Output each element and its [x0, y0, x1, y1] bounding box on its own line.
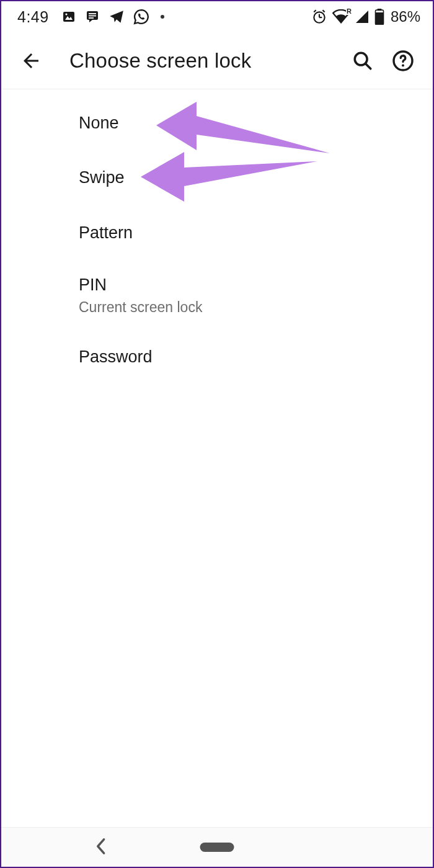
option-sublabel: Current screen lock [79, 299, 418, 316]
option-label: Password [79, 347, 418, 367]
page-title: Choose screen lock [69, 49, 352, 73]
message-icon [85, 9, 100, 24]
wifi-icon: R [332, 9, 350, 24]
svg-point-19 [402, 64, 404, 66]
status-bar: 4:49 R 86% [1, 1, 433, 32]
svg-line-12 [322, 10, 324, 12]
svg-line-17 [366, 63, 371, 68]
battery-percent: 86% [391, 8, 420, 25]
svg-line-11 [314, 10, 316, 12]
option-swipe[interactable]: Swipe [1, 150, 433, 205]
navigation-bar [1, 827, 433, 867]
app-header: Choose screen lock [1, 32, 433, 89]
nav-back-button[interactable] [94, 838, 107, 857]
battery-icon [374, 9, 384, 25]
help-icon [392, 50, 414, 72]
lock-options-list: None Swipe Pattern PIN Current screen lo… [1, 89, 433, 384]
chevron-left-icon [94, 838, 107, 855]
status-right: R 86% [311, 8, 420, 25]
search-icon [352, 50, 373, 71]
option-label: PIN [79, 275, 418, 295]
search-button[interactable] [352, 50, 373, 71]
option-label: Pattern [79, 223, 418, 243]
svg-rect-0 [63, 12, 74, 22]
option-password[interactable]: Password [1, 329, 433, 384]
option-label: None [79, 113, 418, 133]
help-button[interactable] [392, 50, 414, 72]
svg-marker-4 [89, 20, 92, 22]
arrow-back-icon [20, 50, 42, 72]
whatsapp-icon [133, 9, 149, 25]
photos-icon [61, 9, 76, 24]
telegram-icon [108, 9, 125, 25]
option-label: Swipe [79, 168, 418, 187]
status-time: 4:49 [17, 8, 49, 26]
svg-rect-15 [375, 12, 383, 25]
more-notifications-dot [161, 15, 164, 19]
option-pattern[interactable]: Pattern [1, 205, 433, 260]
wifi-label: R [346, 7, 352, 15]
status-left: 4:49 [17, 8, 164, 26]
alarm-icon [311, 9, 327, 25]
signal-icon [355, 9, 370, 24]
back-button[interactable] [16, 46, 46, 76]
option-pin[interactable]: PIN Current screen lock [1, 260, 433, 329]
nav-home-pill[interactable] [200, 843, 234, 852]
option-none[interactable]: None [1, 96, 433, 150]
svg-point-2 [65, 13, 67, 15]
